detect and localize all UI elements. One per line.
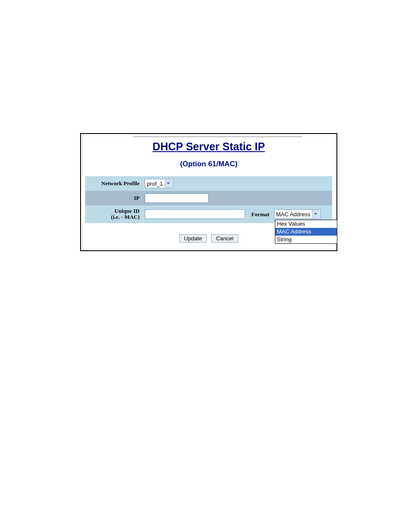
- label-ip: IP: [85, 191, 142, 205]
- ip-input[interactable]: [145, 193, 209, 203]
- config-panel: DHCP Server Static IP (Option 61/MAC) Ne…: [80, 133, 337, 251]
- label-unique-id: Unique ID (i.e. - MAC): [85, 205, 142, 223]
- cancel-button[interactable]: Cancel: [211, 234, 238, 243]
- form-table: Network Profile prof_1 IP: [85, 176, 332, 223]
- label-unique-id-l1: Unique ID: [115, 208, 140, 214]
- row-ip: IP: [85, 191, 332, 205]
- page-title: DHCP Server Static IP: [85, 138, 332, 154]
- field-ip: [142, 191, 332, 205]
- title-link[interactable]: DHCP Server Static IP: [153, 140, 265, 152]
- label-network-profile: Network Profile: [85, 176, 142, 191]
- chevron-down-icon: [312, 210, 319, 218]
- format-selected: MAC Address: [276, 211, 312, 218]
- network-profile-selected: prof_1: [147, 180, 165, 187]
- format-dropdown-list[interactable]: Hex ValuesMAC AddressString: [275, 220, 337, 244]
- unique-id-input[interactable]: [145, 209, 245, 219]
- network-profile-select[interactable]: prof_1: [145, 179, 173, 188]
- chevron-down-icon: [165, 180, 172, 187]
- page-root: DHCP Server Static IP (Option 61/MAC) Ne…: [0, 0, 411, 532]
- update-button[interactable]: Update: [179, 234, 207, 243]
- title-rule: [133, 137, 302, 137]
- format-option[interactable]: MAC Address: [275, 228, 337, 236]
- page-subtitle: (Option 61/MAC): [85, 160, 332, 168]
- field-network-profile: prof_1: [142, 176, 332, 191]
- format-option[interactable]: String: [275, 236, 337, 243]
- format-option[interactable]: Hex Values: [275, 220, 337, 228]
- label-unique-id-l2: (i.e. - MAC): [111, 214, 140, 220]
- format-select[interactable]: MAC Address: [274, 209, 321, 219]
- row-network-profile: Network Profile prof_1: [85, 176, 332, 191]
- label-format: Format: [247, 211, 272, 218]
